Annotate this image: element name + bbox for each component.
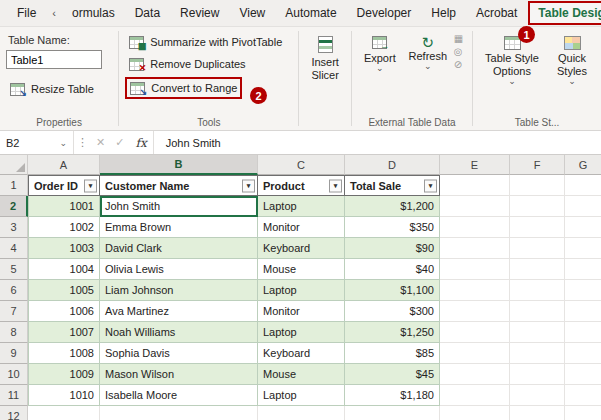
table-style-options-button[interactable]: Table Style Options ⌄	[479, 31, 545, 84]
insert-slicer-button[interactable]: Insert Slicer	[305, 31, 344, 82]
filter-button[interactable]: ▾	[329, 179, 342, 192]
cell-A1[interactable]: Order ID▾	[28, 175, 100, 196]
formula-input[interactable]: John Smith	[154, 137, 221, 149]
tab-view[interactable]: View	[230, 1, 274, 25]
row-header-1[interactable]: 1	[0, 175, 28, 196]
cell-D6[interactable]: $1,100	[345, 280, 440, 301]
row-header-5[interactable]: 5	[0, 259, 28, 280]
cell-B11[interactable]: Isabella Moore	[100, 385, 258, 406]
cell-B7[interactable]: Ava Martinez	[100, 301, 258, 322]
tab-review[interactable]: Review	[171, 1, 228, 25]
cell-F11[interactable]	[510, 385, 565, 406]
cell-C7[interactable]: Monitor	[258, 301, 345, 322]
remove-duplicates-button[interactable]: ✕ Remove Duplicates	[125, 53, 292, 75]
cell-F5[interactable]	[510, 259, 565, 280]
cell-F9[interactable]	[510, 343, 565, 364]
open-in-browser-icon[interactable]: ◎	[454, 47, 463, 57]
cell-F2[interactable]	[510, 196, 565, 217]
cell-E6[interactable]	[440, 280, 510, 301]
tab-developer[interactable]: Developer	[348, 1, 421, 25]
cell-D3[interactable]: $350	[345, 217, 440, 238]
cell-B2[interactable]: John Smith	[100, 196, 258, 217]
formula-bar-handle-icon[interactable]: ⋮	[74, 136, 91, 149]
row-header-2[interactable]: 2	[0, 196, 28, 217]
cell-F8[interactable]	[510, 322, 565, 343]
tab-ormulas[interactable]: ormulas	[63, 1, 124, 25]
tab-data[interactable]: Data	[126, 1, 169, 25]
cell-B3[interactable]: Emma Brown	[100, 217, 258, 238]
row-header-11[interactable]: 11	[0, 385, 28, 406]
cell-A2[interactable]: 1001	[28, 196, 100, 217]
cell-A11[interactable]: 1010	[28, 385, 100, 406]
cell-C5[interactable]: Mouse	[258, 259, 345, 280]
cell-E5[interactable]	[440, 259, 510, 280]
cell-E1[interactable]	[440, 175, 510, 196]
cell-D5[interactable]: $40	[345, 259, 440, 280]
enter-icon[interactable]: ✓	[110, 136, 129, 149]
unlink-icon[interactable]: ⊘	[454, 60, 463, 70]
filter-button[interactable]: ▾	[424, 179, 437, 192]
cell-F4[interactable]	[510, 238, 565, 259]
cell-B6[interactable]: Liam Johnson	[100, 280, 258, 301]
column-header-B[interactable]: B	[100, 155, 258, 175]
row-header-8[interactable]: 8	[0, 322, 28, 343]
cell-E3[interactable]	[440, 217, 510, 238]
row-header-6[interactable]: 6	[0, 280, 28, 301]
cell-A10[interactable]: 1009	[28, 364, 100, 385]
cell-E12[interactable]	[440, 406, 510, 420]
row-header-10[interactable]: 10	[0, 364, 28, 385]
cell-F7[interactable]	[510, 301, 565, 322]
cell-D1[interactable]: Total Sale▾	[345, 175, 440, 196]
cell-B10[interactable]: Mason Wilson	[100, 364, 258, 385]
cell-E4[interactable]	[440, 238, 510, 259]
cell-G12[interactable]	[565, 406, 601, 420]
cell-C10[interactable]: Mouse	[258, 364, 345, 385]
tab-table-design[interactable]: Table Design	[528, 1, 601, 25]
cell-A7[interactable]: 1006	[28, 301, 100, 322]
cell-E11[interactable]	[440, 385, 510, 406]
tab-acrobat[interactable]: Acrobat	[467, 1, 526, 25]
cell-C8[interactable]: Laptop	[258, 322, 345, 343]
cell-A12[interactable]	[28, 406, 100, 420]
column-header-A[interactable]: A	[28, 155, 100, 175]
cell-F6[interactable]	[510, 280, 565, 301]
cell-A6[interactable]: 1005	[28, 280, 100, 301]
cell-D12[interactable]	[345, 406, 440, 420]
cell-G10[interactable]	[565, 364, 601, 385]
cell-B5[interactable]: Olivia Lewis	[100, 259, 258, 280]
cell-F12[interactable]	[510, 406, 565, 420]
cell-F3[interactable]	[510, 217, 565, 238]
row-header-9[interactable]: 9	[0, 343, 28, 364]
cell-D4[interactable]: $90	[345, 238, 440, 259]
column-header-E[interactable]: E	[440, 155, 510, 175]
cell-G7[interactable]	[565, 301, 601, 322]
quick-styles-button[interactable]: Quick Styles ⌄	[549, 31, 595, 84]
row-header-4[interactable]: 4	[0, 238, 28, 259]
cell-D10[interactable]: $45	[345, 364, 440, 385]
tab-file[interactable]: File	[8, 1, 45, 25]
filter-button[interactable]: ▾	[84, 179, 97, 192]
row-header-7[interactable]: 7	[0, 301, 28, 322]
column-header-C[interactable]: C	[258, 155, 345, 175]
cell-F10[interactable]	[510, 364, 565, 385]
cell-C3[interactable]: Monitor	[258, 217, 345, 238]
convert-to-range-button[interactable]: ↘ Convert to Range	[125, 77, 242, 99]
cell-E10[interactable]	[440, 364, 510, 385]
tab-automate[interactable]: Automate	[276, 1, 345, 25]
refresh-button[interactable]: ↻ Refresh ⌄	[406, 31, 450, 71]
cell-B12[interactable]	[100, 406, 258, 420]
cell-D11[interactable]: $1,180	[345, 385, 440, 406]
cell-D8[interactable]: $1,250	[345, 322, 440, 343]
cell-B1[interactable]: Customer Name▾	[100, 175, 258, 196]
cell-C2[interactable]: Laptop	[258, 196, 345, 217]
cell-A8[interactable]: 1007	[28, 322, 100, 343]
cell-F1[interactable]	[510, 175, 565, 196]
export-button[interactable]: → Export ⌄	[358, 31, 402, 71]
cell-C12[interactable]	[258, 406, 345, 420]
cell-E9[interactable]	[440, 343, 510, 364]
cell-D2[interactable]: $1,200	[345, 196, 440, 217]
cell-G5[interactable]	[565, 259, 601, 280]
cell-C9[interactable]: Keyboard	[258, 343, 345, 364]
row-header-3[interactable]: 3	[0, 217, 28, 238]
resize-table-button[interactable]: ↘ Resize Table	[6, 78, 112, 100]
